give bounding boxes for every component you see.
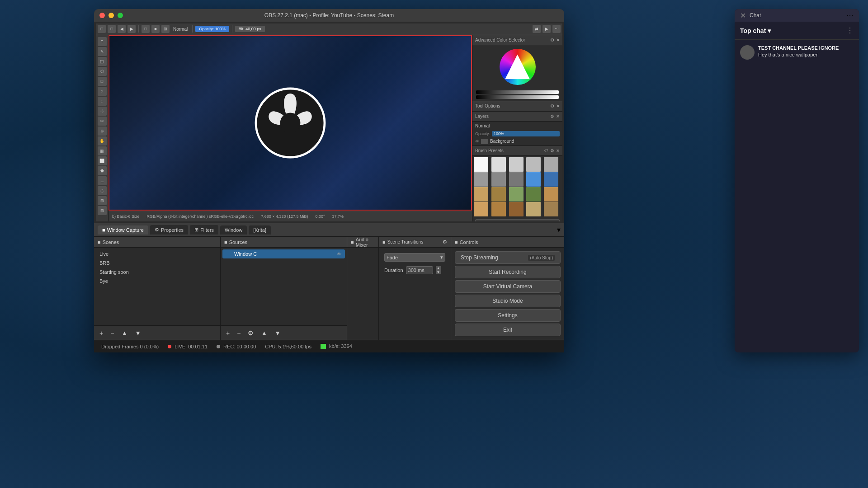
brush-item-14[interactable]	[526, 187, 541, 202]
tool-zoom[interactable]: ⊕	[98, 127, 107, 136]
brush-close-icon[interactable]: ✕	[556, 148, 560, 153]
toolbar-btn-hist-back[interactable]: ◀	[118, 25, 126, 33]
tool-fill[interactable]: ⬡	[98, 67, 107, 76]
luminance-slider[interactable]	[476, 90, 559, 94]
tool-assistant[interactable]: ⊟	[98, 206, 107, 215]
brush-settings-icon[interactable]: ⚙	[550, 148, 554, 153]
chat-more-icon[interactable]: ⋯	[846, 11, 854, 20]
duration-up-btn[interactable]: ▲	[436, 266, 441, 270]
move-source-down-btn[interactable]: ▼	[273, 328, 283, 338]
toolbar-btn-more[interactable]: ⋯	[552, 25, 561, 33]
tool-path[interactable]: ⚊	[98, 176, 107, 185]
tab-properties[interactable]: ⚙ Properties	[150, 225, 188, 235]
tool-gradient[interactable]: ▦	[98, 146, 107, 155]
brush-item-12[interactable]	[491, 187, 506, 202]
move-source-up-btn[interactable]: ▲	[259, 328, 269, 338]
exit-button[interactable]: Exit	[455, 324, 561, 336]
brush-item-20[interactable]	[544, 202, 558, 216]
tool-opts-close-icon[interactable]: ✕	[556, 103, 560, 108]
brush-item-1[interactable]	[474, 157, 488, 172]
stop-streaming-button[interactable]: Stop Streaming (Auto Stop)	[455, 251, 561, 264]
tab-krita[interactable]: [Krita]	[249, 225, 271, 235]
source-eye-icon[interactable]: 👁	[337, 252, 341, 257]
chat-window-close-icon[interactable]: ✕	[740, 11, 746, 20]
toolbar-btn-color[interactable]: ⊞	[161, 25, 170, 33]
scene-starting-soon[interactable]: Starting soon	[96, 267, 218, 277]
start-virtual-camera-button[interactable]: Start Virtual Camera	[455, 280, 561, 293]
toolbar-btn-redo[interactable]: □	[108, 25, 116, 33]
close-button[interactable]	[99, 13, 105, 18]
tab-window-capture[interactable]: ■ Window Capture	[98, 225, 148, 235]
toolbar-btn-rect[interactable]: □	[142, 25, 150, 33]
tool-paint[interactable]: ✎	[98, 47, 107, 56]
brush-item-7[interactable]	[491, 172, 506, 187]
tool-opts-settings-icon[interactable]: ⚙	[550, 103, 554, 108]
tool-erase[interactable]: ◫	[98, 57, 107, 66]
tool-text[interactable]: T	[98, 37, 107, 46]
brush-item-13[interactable]	[509, 187, 524, 202]
toolbar-btn-mirror[interactable]: ⇄	[533, 25, 541, 33]
saturation-slider[interactable]	[476, 95, 559, 99]
transition-type-select[interactable]: Fade ▾	[384, 253, 445, 262]
brush-size-control[interactable]: Bit: 40,00 px	[235, 26, 265, 32]
tool-move[interactable]: ✢	[98, 107, 107, 116]
chat-selector[interactable]: Top chat ▾	[740, 27, 771, 34]
tab-filters[interactable]: ⊞ Filters	[190, 225, 218, 235]
tool-bezier[interactable]: ◌	[98, 186, 107, 195]
color-wheel[interactable]	[500, 49, 536, 85]
add-scene-btn[interactable]: +	[98, 328, 105, 338]
tool-shape-rect[interactable]: ⬜	[98, 156, 107, 165]
brush-item-19[interactable]	[526, 202, 541, 216]
scene-brb[interactable]: BRB	[96, 258, 218, 267]
opacity-bar[interactable]: 100%	[492, 131, 560, 136]
brush-item-18[interactable]	[509, 202, 524, 216]
tool-pan[interactable]: ✋	[98, 136, 107, 145]
brush-item-9[interactable]	[526, 172, 541, 187]
brush-item-17[interactable]	[491, 202, 506, 216]
brush-item-3[interactable]	[509, 157, 524, 172]
tool-select-rect[interactable]: □	[98, 77, 107, 86]
studio-mode-button[interactable]: Studio Mode	[455, 295, 561, 307]
source-window-capture[interactable]: Window C 👁	[222, 249, 345, 258]
layer-name[interactable]: Background	[490, 139, 514, 144]
brush-item-11[interactable]	[474, 187, 488, 202]
layers-settings-icon[interactable]: ⚙	[550, 114, 554, 119]
brush-item-10[interactable]	[544, 172, 558, 187]
tab-collapse-btn[interactable]: ▾	[557, 225, 561, 234]
blend-mode-value[interactable]: Normal	[475, 123, 490, 128]
tab-window[interactable]: Window	[220, 225, 247, 235]
brush-item-2[interactable]	[491, 157, 506, 172]
start-recording-button[interactable]: Start Recording	[455, 266, 561, 278]
settings-button[interactable]: Settings	[455, 309, 561, 322]
brush-item-5[interactable]	[544, 157, 558, 172]
opacity-control[interactable]: Opacity: 100%	[195, 26, 229, 32]
toolbar-btn-undo[interactable]: □	[98, 25, 106, 33]
toolbar-btn-hist-fwd[interactable]: ▶	[127, 25, 136, 33]
transitions-settings-btn[interactable]: ⚙	[443, 239, 447, 245]
tool-multibrush[interactable]: ⊞	[98, 196, 107, 205]
chat-options-icon[interactable]: ⋮	[846, 26, 854, 35]
brush-item-8[interactable]	[509, 172, 524, 187]
brush-search-input[interactable]: Search	[475, 219, 560, 221]
tool-select-ellipse[interactable]: ○	[98, 87, 107, 96]
layers-close-icon[interactable]: ✕	[556, 114, 560, 119]
krita-canvas[interactable]	[108, 35, 472, 211]
tool-crop[interactable]: ✂	[98, 117, 107, 126]
tool-transform[interactable]: ↕	[98, 97, 107, 106]
move-scene-down-btn[interactable]: ▼	[133, 328, 143, 338]
duration-input[interactable]	[406, 266, 433, 274]
scene-bye[interactable]: Bye	[96, 277, 218, 286]
blend-mode-label[interactable]: Normal	[171, 27, 189, 32]
toolbar-btn-play[interactable]: ▶	[542, 25, 551, 33]
remove-source-btn[interactable]: −	[235, 328, 242, 338]
minimize-button[interactable]	[108, 13, 114, 18]
brush-item-4[interactable]	[526, 157, 541, 172]
color-panel-settings-icon[interactable]: ⚙	[550, 38, 554, 42]
remove-scene-btn[interactable]: −	[108, 328, 116, 338]
brush-item-6[interactable]	[474, 172, 488, 187]
brush-item-16[interactable]	[474, 202, 488, 216]
tool-shape-ellipse[interactable]: ⬟	[98, 166, 107, 175]
source-settings-btn[interactable]: ⚙	[246, 328, 255, 338]
brush-item-15[interactable]	[544, 187, 558, 202]
scene-live[interactable]: Live	[96, 249, 218, 258]
